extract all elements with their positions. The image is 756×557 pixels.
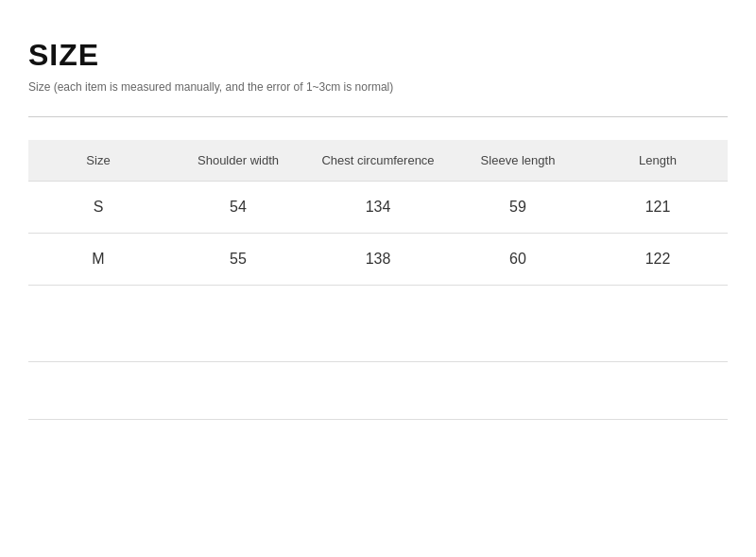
bottom-dividers (28, 361, 728, 420)
col-header-length: Length (588, 140, 728, 182)
col-header-size: Size (28, 140, 168, 182)
cell-chest_circumference-row1: 138 (308, 234, 448, 286)
col-header-shoulder: Shoulder width (168, 140, 308, 182)
cell-size-row1: M (28, 234, 168, 286)
cell-shoulder_width-row0: 54 (168, 182, 308, 234)
table-row: S5413459121 (28, 182, 728, 234)
cell-sleeve_length-row1: 60 (448, 234, 588, 286)
bottom-divider-2 (28, 419, 728, 420)
cell-size-row0: S (28, 182, 168, 234)
table-row: M5513860122 (28, 234, 728, 286)
cell-shoulder_width-row1: 55 (168, 234, 308, 286)
bottom-divider-1 (28, 361, 728, 362)
cell-chest_circumference-row0: 134 (308, 182, 448, 234)
size-table: Size Shoulder width Chest circumference … (28, 140, 728, 286)
cell-length-row0: 121 (588, 182, 728, 234)
page-subtitle: Size (each item is measured manually, an… (28, 80, 728, 94)
col-header-chest: Chest circumference (308, 140, 448, 182)
cell-length-row1: 122 (588, 234, 728, 286)
header-divider (28, 116, 728, 117)
cell-sleeve_length-row0: 59 (448, 182, 588, 234)
table-header-row: Size Shoulder width Chest circumference … (28, 140, 728, 182)
page-title: SIZE (28, 38, 728, 73)
col-header-sleeve: Sleeve length (448, 140, 588, 182)
